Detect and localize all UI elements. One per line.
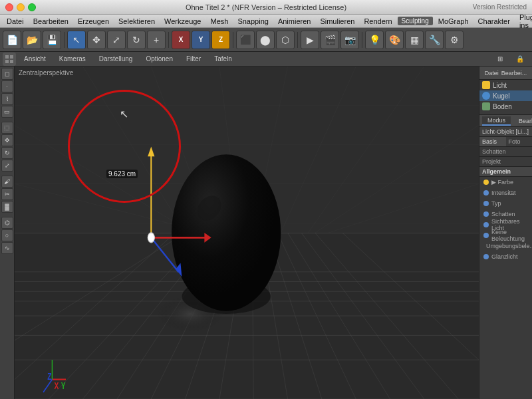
main-area: ◻ · ⌇ ▭ ⬚ ✥ ↻ ⤢ 🖌 ✂ ▓ ⌬ ○ ∿	[0, 66, 532, 399]
toolbar-sep4	[297, 32, 298, 48]
rotate-tool[interactable]: ↻	[127, 31, 146, 49]
obj-item-boden[interactable]: Boden	[479, 101, 532, 112]
projekt-tab[interactable]: Projekt	[479, 157, 532, 167]
tool-knife[interactable]: ✂	[1, 188, 13, 200]
tool-brush[interactable]: 🖌	[1, 176, 13, 188]
open-button[interactable]: 📂	[23, 31, 41, 49]
modus-tab[interactable]: Modus	[482, 116, 511, 126]
material-button[interactable]: 🎨	[385, 31, 404, 49]
z-axis[interactable]: Z	[211, 31, 230, 49]
render-preview[interactable]: ▶	[301, 31, 319, 49]
viewport[interactable]: X Y Z Zentralperspektive 9.623 cm ↖	[15, 66, 479, 399]
tool-rotate[interactable]: ↻	[1, 147, 13, 159]
svg-rect-3	[10, 60, 13, 63]
cylinder-tool[interactable]: ⬡	[276, 31, 295, 49]
intensitat-dot	[483, 190, 489, 196]
settings-button[interactable]: ⚙	[445, 31, 464, 49]
new-button[interactable]: 📄	[3, 31, 21, 49]
vp-kameras[interactable]: Kameras	[54, 55, 91, 63]
menu-datei[interactable]: Datei	[3, 17, 28, 26]
toolbar-sep1	[64, 32, 65, 48]
tool-bone[interactable]: ⌬	[1, 217, 13, 229]
menu-mesh[interactable]: Mesh	[206, 17, 232, 26]
viewport-toolbar: Ansicht Kameras Darstellung Optionen Fil…	[0, 52, 532, 66]
texture-button[interactable]: ▦	[405, 31, 424, 49]
schatten-tab[interactable]: Schatten	[479, 147, 532, 157]
camera-button[interactable]: 📷	[340, 31, 359, 49]
tool-select[interactable]: ⬚	[1, 122, 13, 134]
rp-bearb-label: Bearbei...	[501, 70, 527, 76]
save-button[interactable]: 💾	[43, 31, 61, 49]
viewport-label: Zentralperspektive	[19, 69, 73, 76]
vp-expand[interactable]: ⊞	[492, 55, 508, 63]
x-axis[interactable]: X	[172, 31, 190, 49]
menu-simulieren[interactable]: Simulieren	[316, 17, 358, 26]
deformer-button[interactable]: 🔧	[425, 31, 444, 49]
tool-joint[interactable]: ○	[1, 229, 13, 241]
add-tool[interactable]: +	[147, 31, 166, 49]
titlebar: Ohne Titel 2 * (NFR Version – Restricted…	[0, 0, 532, 15]
render-button[interactable]: 🎬	[321, 31, 339, 49]
tool-scale[interactable]: ⤢	[1, 160, 13, 172]
vp-ansicht[interactable]: Ansicht	[19, 55, 51, 63]
menu-bearbeiten[interactable]: Bearbeiten	[29, 17, 72, 26]
vp-lock[interactable]: 🔒	[511, 55, 529, 63]
svg-point-48	[172, 154, 281, 311]
maximize-button[interactable]	[28, 3, 36, 11]
vp-darstellung[interactable]: Darstellung	[94, 55, 138, 63]
menu-charakter[interactable]: Charakter	[474, 17, 514, 26]
move-tool[interactable]: ✥	[87, 31, 106, 49]
menu-plugins[interactable]: Plug-ins	[515, 13, 532, 30]
typ-label: Typ	[491, 200, 528, 207]
tool-move[interactable]: ✥	[1, 134, 13, 146]
menu-werkzeuge[interactable]: Werkzeuge	[160, 17, 205, 26]
plane-icon	[482, 102, 490, 110]
toolbar-sep5	[362, 32, 362, 48]
svg-rect-1	[10, 55, 13, 59]
sphere-tool[interactable]: ⬤	[256, 31, 275, 49]
bearbeiten-tab[interactable]: Bearbe...	[513, 117, 532, 125]
vp-filter[interactable]: Filter	[181, 55, 206, 63]
foto-tab[interactable]: Foto	[506, 137, 533, 146]
mode-edge[interactable]: ⌇	[1, 93, 13, 105]
rp-datei-label: Datei	[485, 70, 499, 76]
cube-tool[interactable]: ⬛	[236, 31, 255, 49]
svg-rect-2	[5, 60, 9, 63]
window-controls[interactable]	[5, 3, 36, 11]
light-icon	[482, 81, 490, 89]
mode-object[interactable]: ◻	[1, 68, 13, 80]
window-title: Ohne Titel 2 * (NFR Version – Restricted…	[186, 3, 346, 11]
close-button[interactable]	[5, 3, 13, 11]
menu-erzeugen[interactable]: Erzeugen	[74, 17, 113, 26]
vp-tafeln[interactable]: Tafeln	[209, 55, 237, 63]
obj-item-licht[interactable]: Licht	[479, 80, 532, 90]
vp-optionen[interactable]: Optionen	[140, 55, 178, 63]
viewport-mode-icon[interactable]	[3, 53, 16, 66]
toolbar-sep2	[168, 32, 169, 48]
light-button[interactable]: 💡	[365, 31, 384, 49]
measure-label: 9.623 cm	[106, 170, 138, 178]
menu-sculpting[interactable]: Sculpting	[398, 17, 433, 25]
keine-row: Keine Beleuchtung	[479, 230, 532, 241]
toolbar-sep3	[233, 32, 233, 48]
menu-snapping[interactable]: Snapping	[233, 17, 273, 26]
menu-mograph[interactable]: MoGraph	[434, 17, 473, 26]
menu-animieren[interactable]: Animieren	[274, 17, 315, 26]
minimize-button[interactable]	[17, 3, 25, 11]
allgemein-section: Allgemein	[479, 167, 532, 177]
keine-dot	[483, 233, 489, 238]
tool-spline[interactable]: ∿	[1, 242, 13, 254]
menu-rendern[interactable]: Rendern	[360, 17, 396, 26]
mode-polygon[interactable]: ▭	[1, 106, 13, 118]
basis-tab[interactable]: Basis	[479, 137, 506, 146]
mode-point[interactable]: ·	[1, 80, 13, 92]
glanzlicht-dot	[483, 254, 489, 259]
y-axis[interactable]: Y	[192, 31, 210, 49]
menu-selektieren[interactable]: Selektieren	[114, 17, 159, 26]
scale-tool[interactable]: ⤢	[107, 31, 126, 49]
tool-fill[interactable]: ▓	[1, 201, 13, 213]
obj-item-kugel[interactable]: Kugel	[479, 90, 532, 101]
svg-point-56	[148, 233, 154, 243]
right-panel: Datei Bearbei... Licht Kugel Boden Modus…	[479, 66, 532, 399]
cursor-tool[interactable]: ↖	[67, 31, 86, 49]
